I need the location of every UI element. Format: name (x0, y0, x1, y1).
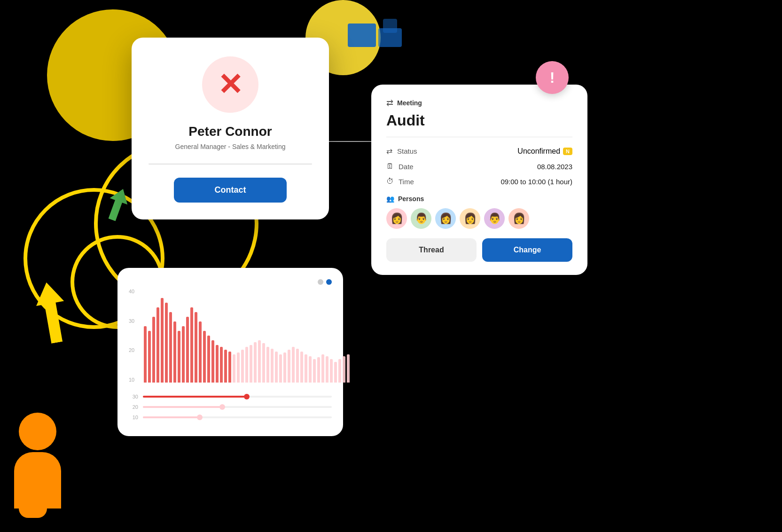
chart-toggle (129, 279, 332, 285)
time-row: ⏱ Time 09:00 to 10:00 (1 hour) (386, 177, 572, 186)
slider-2-label: 20 (129, 404, 138, 410)
bar-5 (165, 303, 168, 383)
bar-9 (182, 326, 185, 383)
toggle-dot-active[interactable] (326, 279, 332, 285)
meeting-label: Meeting (397, 99, 422, 107)
avatar-5: 👨 (484, 208, 505, 229)
slider-1-track[interactable] (143, 396, 332, 398)
error-circle: ✕ (202, 56, 258, 113)
bar-36 (296, 349, 299, 383)
bar-4 (161, 298, 164, 383)
bar-3 (156, 307, 159, 383)
time-label-group: ⏱ Time (386, 177, 414, 186)
bar-38 (305, 354, 307, 383)
slider-1-label: 30 (129, 394, 138, 399)
bar-23 (241, 350, 244, 383)
slider-1-thumb[interactable] (244, 394, 250, 399)
bar-34 (288, 350, 290, 383)
avatar-1: 👩 (386, 208, 407, 229)
bar-15 (207, 336, 210, 383)
bar-18 (220, 347, 223, 383)
persons-label: 👥 Persons (386, 195, 572, 203)
slider-2-track[interactable] (143, 406, 332, 408)
status-badge: N (563, 148, 572, 155)
bar-44 (330, 359, 333, 383)
bar-13 (199, 321, 202, 383)
slider-2-fill (143, 406, 222, 408)
y-label-20: 20 (129, 347, 142, 353)
bar-2 (152, 317, 155, 383)
slider-2-thumb[interactable] (219, 404, 225, 410)
chart-card: 40 30 20 10 30 20 (117, 268, 343, 436)
bars-container (144, 289, 332, 383)
bar-48 (347, 354, 350, 383)
thread-button[interactable]: Thread (386, 238, 477, 262)
date-row: 🗓 Date 08.08.2023 (386, 162, 572, 171)
slider-row-1: 30 (129, 394, 332, 399)
peter-card: ✕ Peter Connor General Manager - Sales &… (132, 38, 329, 219)
slider-3-label: 10 (129, 415, 138, 420)
meeting-card: ⇄ Meeting Audit ⇄ Status Unconfirmed N 🗓… (371, 85, 587, 275)
chart-y-labels: 40 30 20 10 (129, 289, 142, 383)
meeting-title: Audit (386, 112, 572, 129)
bar-27 (258, 340, 261, 383)
bar-11 (190, 307, 193, 383)
avatar-3: 👩 (435, 208, 456, 229)
error-x-icon: ✕ (218, 70, 243, 100)
time-icon: ⏱ (386, 177, 394, 186)
contact-button[interactable]: Contact (174, 178, 287, 203)
bar-45 (334, 362, 337, 383)
bar-20 (228, 352, 231, 383)
status-value: Unconfirmed (517, 147, 560, 156)
bar-35 (292, 347, 295, 383)
bar-43 (326, 356, 328, 383)
change-button[interactable]: Change (482, 238, 572, 262)
bar-8 (178, 331, 180, 383)
bar-46 (338, 359, 341, 383)
peter-name: Peter Connor (149, 124, 312, 139)
bar-10 (186, 317, 189, 383)
avatar-4: 👩 (460, 208, 480, 229)
peter-divider (149, 164, 312, 164)
y-label-10: 10 (129, 377, 142, 383)
date-value: 08.08.2023 (537, 163, 572, 171)
slider-row-2: 20 (129, 404, 332, 410)
bar-19 (224, 350, 227, 383)
slider-3-track[interactable] (143, 416, 332, 418)
bar-40 (313, 359, 316, 383)
status-value-group: Unconfirmed N (517, 147, 572, 156)
persons-section: 👥 Persons 👩 👨 👩 👩 👨 👩 (386, 195, 572, 229)
persons-avatars: 👩 👨 👩 👩 👨 👩 (386, 208, 572, 229)
bar-39 (309, 356, 312, 383)
bar-17 (216, 345, 219, 383)
slider-3-fill (143, 416, 200, 418)
slider-3-thumb[interactable] (197, 415, 203, 420)
persons-label-text: Persons (398, 195, 424, 203)
chart-area: 40 30 20 10 (129, 289, 332, 383)
deco-orange-person (14, 413, 61, 509)
bar-14 (203, 331, 206, 383)
bar-28 (262, 343, 265, 383)
persons-icon: 👥 (386, 195, 394, 203)
meeting-actions: Thread Change (386, 238, 572, 262)
slider-1-fill (143, 396, 247, 398)
bar-12 (195, 312, 197, 383)
bar-47 (343, 356, 345, 383)
status-label-group: ⇄ Status (386, 147, 417, 156)
bar-1 (148, 331, 151, 383)
avatar-2: 👨 (411, 208, 431, 229)
bar-37 (300, 352, 303, 383)
bar-16 (211, 340, 214, 383)
status-icon: ⇄ (386, 147, 392, 156)
bar-32 (279, 354, 282, 383)
bar-31 (275, 352, 278, 383)
bar-25 (250, 345, 252, 383)
scene: ! ✕ Peter Connor General Manager - Sales… (0, 0, 782, 532)
meeting-icon: ⇄ (386, 98, 393, 108)
bar-0 (144, 326, 147, 383)
toggle-dot-inactive[interactable] (318, 279, 323, 285)
bar-26 (254, 342, 257, 383)
bar-33 (283, 352, 286, 383)
status-label: Status (397, 147, 417, 155)
time-value: 09:00 to 10:00 (1 hour) (500, 178, 572, 186)
